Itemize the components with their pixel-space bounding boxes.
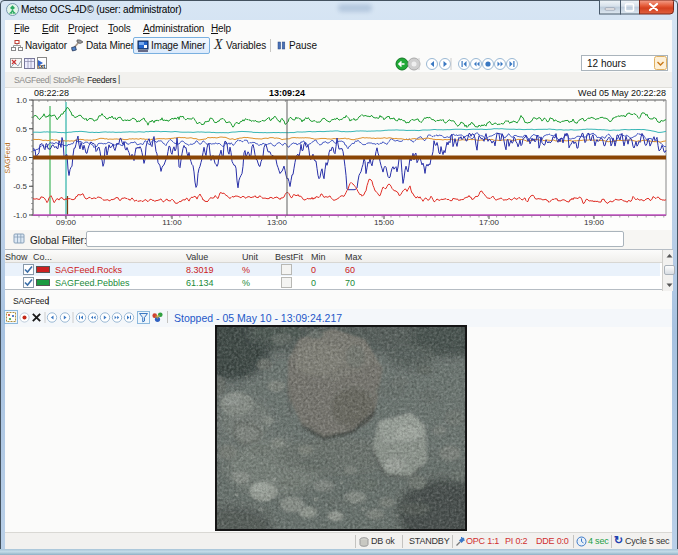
svg-text:09:00: 09:00 <box>56 218 77 227</box>
svg-text:13:09:24: 13:09:24 <box>269 88 305 98</box>
svg-text:19:00: 19:00 <box>584 218 605 227</box>
svg-text:-0.5: -0.5 <box>13 182 27 191</box>
svg-text:1.0: 1.0 <box>16 96 28 105</box>
svg-text:15:00: 15:00 <box>374 218 395 227</box>
svg-text:11:00: 11:00 <box>162 218 182 227</box>
svg-text:0.5: 0.5 <box>16 125 28 134</box>
svg-text:0.0: 0.0 <box>16 154 28 163</box>
svg-text:SAGFeed: SAGFeed <box>4 143 11 174</box>
svg-text:17:00: 17:00 <box>479 218 500 227</box>
svg-text:08:22:28: 08:22:28 <box>34 88 69 98</box>
svg-text:13:00: 13:00 <box>267 218 288 227</box>
svg-text:-1.0: -1.0 <box>13 211 27 220</box>
svg-text:Wed 05 May 20:22:28: Wed 05 May 20:22:28 <box>578 88 666 98</box>
